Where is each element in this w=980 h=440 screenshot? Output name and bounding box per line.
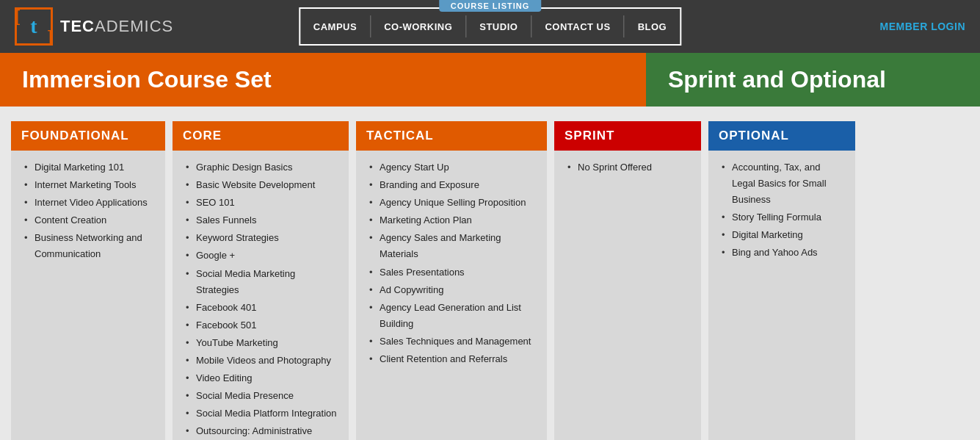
list-item: Internet Marketing Tools — [24, 177, 155, 193]
list-item: Google + — [186, 248, 338, 264]
nav-blog[interactable]: BLOG — [625, 9, 680, 44]
list-item: Social Media Platform Integration — [186, 405, 338, 422]
nav-contact[interactable]: CONTACT US — [531, 9, 623, 44]
list-item: Agency Unique Selling Proposition — [369, 195, 537, 211]
list-item: Basic Website Development — [186, 177, 338, 193]
list-item: Agency Sales and Marketing Materials — [369, 230, 537, 262]
list-item: Bing and Yahoo Ads — [722, 245, 845, 261]
list-item: Story Telling Formula — [722, 209, 845, 226]
list-item: Keyword Strategies — [186, 230, 338, 246]
list-item: Sales Funnels — [186, 212, 338, 228]
banner-row: Immersion Course Set Sprint and Optional — [0, 53, 980, 107]
sprint-list: No Sprint Offered — [554, 151, 701, 186]
list-item: Branding and Exposure — [369, 177, 537, 193]
list-item: Digital Marketing — [722, 227, 845, 243]
tactical-column: TACTICAL Agency Start Up Branding and Ex… — [356, 121, 547, 440]
brand-bold: TEC — [60, 17, 95, 35]
list-item: Outsourcing: Administrative — [186, 423, 338, 439]
optional-list: Accounting, Tax, and Legal Basics for Sm… — [708, 151, 855, 272]
bracket-right-icon: ] — [48, 29, 52, 45]
list-item: Digital Marketing 101 — [24, 159, 155, 176]
nav-wrapper: CAMPUS CO-WORKING STUDIO CONTACT US BLOG — [299, 7, 681, 46]
brand-name: TECADEMICS — [60, 17, 173, 36]
foundational-list: Digital Marketing 101 Internet Marketing… — [11, 151, 165, 273]
list-item: Social Media Presence — [186, 388, 338, 404]
nav-coworking[interactable]: CO-WORKING — [371, 9, 465, 44]
brand-light: ADEMICS — [95, 17, 173, 35]
list-item: Agency Start Up — [369, 159, 537, 176]
immersion-banner: Immersion Course Set — [0, 53, 646, 107]
list-item: Marketing Action Plan — [369, 212, 537, 228]
list-item: Facebook 401 — [186, 300, 338, 316]
list-item: Video Editing — [186, 370, 338, 386]
tactical-header: TACTICAL — [356, 121, 547, 151]
sprint-column: SPRINT No Sprint Offered — [554, 121, 701, 440]
logo-area: [ t ] TECADEMICS — [15, 7, 173, 46]
list-item: Business Networking and Communication — [24, 230, 155, 262]
list-item: Ad Copywriting — [369, 282, 537, 298]
tactical-list: Agency Start Up Branding and Exposure Ag… — [356, 151, 547, 378]
nav-campus[interactable]: CAMPUS — [300, 9, 370, 44]
sprint-header: SPRINT — [554, 121, 701, 151]
list-item: Content Creation — [24, 212, 155, 228]
bracket-left-icon: [ — [15, 8, 20, 24]
list-item: Social Media Marketing Strategies — [186, 266, 338, 298]
header: [ t ] TECADEMICS COURSE LISTING CAMPUS C… — [0, 0, 980, 53]
list-item: Client Retention and Referrals — [369, 351, 537, 367]
list-item: Graphic Design Basics — [186, 159, 338, 176]
main-content: FOUNDATIONAL Digital Marketing 101 Inter… — [0, 107, 980, 440]
core-column: CORE Graphic Design Basics Basic Website… — [173, 121, 349, 440]
optional-column: OPTIONAL Accounting, Tax, and Legal Basi… — [708, 121, 855, 440]
list-item: Internet Video Applications — [24, 195, 155, 211]
sprint-banner: Sprint and Optional — [646, 53, 980, 107]
list-item: SEO 101 — [186, 195, 338, 211]
list-item: No Sprint Offered — [567, 159, 691, 176]
core-list: Graphic Design Basics Basic Website Deve… — [173, 151, 349, 440]
list-item: Sales Techniques and Management — [369, 333, 537, 350]
nav-studio[interactable]: STUDIO — [466, 9, 531, 44]
logo-letter: t — [30, 15, 37, 38]
list-item: Mobile Videos and Photography — [186, 353, 338, 369]
logo-box: [ t ] — [15, 7, 53, 46]
list-item: Facebook 501 — [186, 317, 338, 333]
list-item: YouTube Marketing — [186, 335, 338, 351]
member-login-link[interactable]: MEMBER LOGIN — [880, 21, 965, 32]
foundational-column: FOUNDATIONAL Digital Marketing 101 Inter… — [11, 121, 165, 440]
core-header: CORE — [173, 121, 349, 151]
foundational-header: FOUNDATIONAL — [11, 121, 165, 151]
list-item: Sales Presentations — [369, 264, 537, 281]
course-listing-badge: COURSE LISTING — [439, 0, 542, 12]
optional-header: OPTIONAL — [708, 121, 855, 151]
list-item: Accounting, Tax, and Legal Basics for Sm… — [722, 159, 845, 208]
list-item: Agency Lead Generation and List Building — [369, 300, 537, 332]
